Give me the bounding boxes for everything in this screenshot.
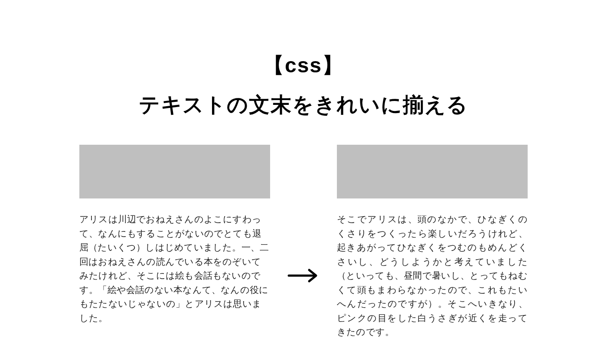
- image-placeholder-left: [79, 145, 270, 198]
- arrow-right-icon: [287, 268, 320, 283]
- body-text-left: アリスは川辺でおねえさんのよこにすわって、なんにもすることがないのでとても退屈（…: [79, 212, 270, 325]
- panel-right: そこでアリスは、頭のなかで、ひなぎくのくさりをつくったら楽しいだろうけれど、起き…: [337, 145, 528, 339]
- arrow-container: [286, 268, 321, 283]
- panels-container: アリスは川辺でおねえさんのよこにすわって、なんにもすることがないのでとても退屈（…: [79, 145, 528, 339]
- title-block: 【css】 テキストの文末をきれいに揃える: [0, 46, 607, 124]
- body-text-right: そこでアリスは、頭のなかで、ひなぎくのくさりをつくったら楽しいだろうけれど、起き…: [337, 212, 528, 339]
- panel-left: アリスは川辺でおねえさんのよこにすわって、なんにもすることがないのでとても退屈（…: [79, 145, 270, 325]
- title-line-1: 【css】: [0, 46, 607, 85]
- title-line-2: テキストの文末をきれいに揃える: [0, 85, 607, 124]
- image-placeholder-right: [337, 145, 528, 198]
